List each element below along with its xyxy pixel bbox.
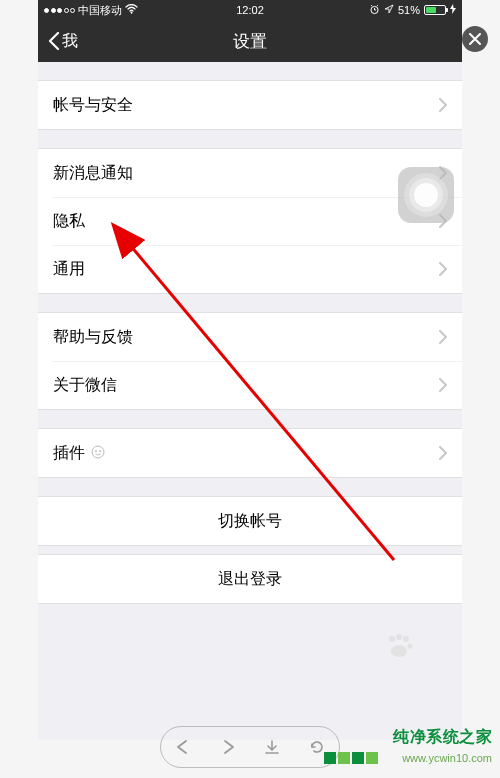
wifi-icon <box>125 4 138 16</box>
cell-label: 关于微信 <box>53 375 117 396</box>
assistive-touch-button[interactable] <box>398 167 454 223</box>
cell-label: 切换帐号 <box>218 511 282 532</box>
carrier-label: 中国移动 <box>78 3 122 18</box>
cell-logout[interactable]: 退出登录 <box>38 555 462 603</box>
cell-label: 隐私 <box>53 211 85 232</box>
nav-bar: 我 设置 <box>38 20 462 62</box>
page-title: 设置 <box>233 30 267 53</box>
cell-plugins[interactable]: 插件 <box>38 429 462 477</box>
chevron-right-icon <box>439 330 447 344</box>
chevron-right-icon <box>439 446 447 460</box>
phone-screen: 中国移动 12:02 51% 我 设置 <box>38 0 462 740</box>
viewer-toolbar <box>160 726 340 768</box>
cell-label: 插件 <box>53 443 85 464</box>
cell-label: 帐号与安全 <box>53 95 133 116</box>
svg-point-8 <box>407 643 412 648</box>
paw-watermark-icon <box>384 633 414 668</box>
chevron-left-icon <box>48 32 60 50</box>
watermark-title: 纯净系统之家 <box>393 727 492 748</box>
svg-point-0 <box>131 12 133 14</box>
chevron-right-icon <box>439 262 447 276</box>
status-bar: 中国移动 12:02 51% <box>38 0 462 20</box>
svg-point-9 <box>391 645 407 657</box>
charging-icon <box>450 4 456 16</box>
plugin-badge-icon <box>91 445 105 462</box>
cell-help-feedback[interactable]: 帮助与反馈 <box>38 313 462 361</box>
location-icon <box>384 4 394 16</box>
alarm-icon <box>369 4 380 17</box>
cell-account-security[interactable]: 帐号与安全 <box>38 81 462 129</box>
battery-pct: 51% <box>398 4 420 16</box>
chevron-right-icon <box>439 378 447 392</box>
cell-label: 退出登录 <box>218 569 282 590</box>
svg-point-6 <box>396 634 402 640</box>
back-button[interactable]: 我 <box>48 31 78 52</box>
watermark-url: www.ycwin10.com <box>402 752 492 764</box>
svg-point-5 <box>389 636 395 642</box>
svg-point-7 <box>403 636 409 642</box>
back-label: 我 <box>62 31 78 52</box>
cell-label: 新消息通知 <box>53 163 133 184</box>
signal-dots-icon <box>44 8 75 13</box>
svg-point-2 <box>92 446 104 458</box>
prev-icon[interactable] <box>171 735 195 759</box>
cell-switch-account[interactable]: 切换帐号 <box>38 497 462 545</box>
clock: 12:02 <box>236 4 264 16</box>
cell-label: 通用 <box>53 259 85 280</box>
cell-about[interactable]: 关于微信 <box>38 361 462 409</box>
download-icon[interactable] <box>260 735 284 759</box>
battery-icon <box>424 5 446 15</box>
watermark-logo-icon <box>324 752 378 764</box>
cell-label: 帮助与反馈 <box>53 327 133 348</box>
chevron-right-icon <box>439 98 447 112</box>
close-icon[interactable] <box>462 26 488 52</box>
svg-point-3 <box>95 450 97 452</box>
svg-point-4 <box>99 450 101 452</box>
next-icon[interactable] <box>216 735 240 759</box>
settings-list: 帐号与安全 新消息通知 隐私 通用 帮助与反馈 <box>38 62 462 604</box>
cell-general[interactable]: 通用 <box>38 245 462 293</box>
